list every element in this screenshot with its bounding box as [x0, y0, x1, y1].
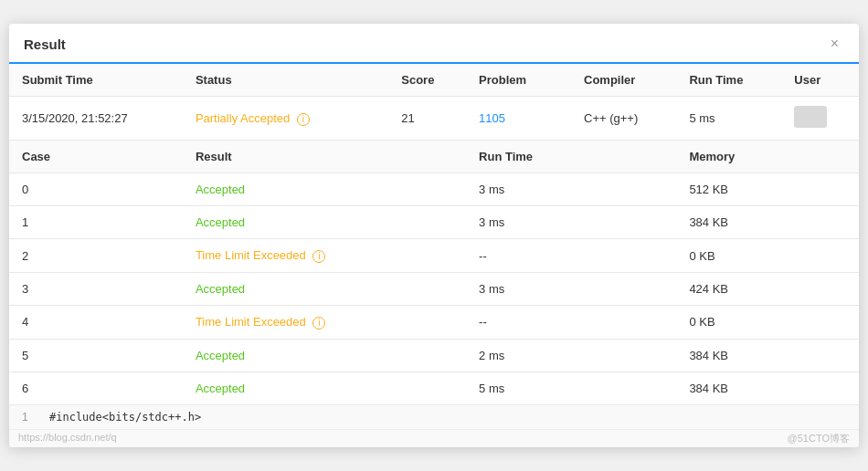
- result-text: Accepted: [196, 382, 245, 395]
- case-num: 4: [9, 306, 183, 340]
- result-value: Accepted: [183, 173, 388, 206]
- status-value: Partially Accepted i: [183, 97, 388, 141]
- main-table-header-row: Submit Time Status Score Problem Compile…: [9, 64, 859, 97]
- modal-header: Result ×: [9, 24, 859, 64]
- sub-table-row: 2 Time Limit Exceeded i -- 0 KB: [9, 239, 859, 273]
- main-table: Submit Time Status Score Problem Compile…: [9, 64, 859, 403]
- sub-table-header-row: Case Result Run Time Memory: [9, 141, 859, 173]
- case-num: 2: [9, 239, 183, 273]
- col-user: User: [781, 64, 859, 97]
- sub-table-row: 5 Accepted 2 ms 384 KB: [9, 339, 859, 372]
- memory-val: 384 KB: [676, 372, 781, 404]
- col-score: Score: [388, 64, 466, 97]
- result-info-icon[interactable]: i: [312, 250, 325, 263]
- case-num: 0: [9, 173, 183, 206]
- col-problem: Problem: [466, 64, 571, 97]
- close-button[interactable]: ×: [825, 35, 844, 53]
- sub-table-row: 1 Accepted 3 ms 384 KB: [9, 206, 859, 239]
- compiler-value: C++ (g++): [571, 97, 676, 141]
- memory-val: 424 KB: [676, 273, 781, 306]
- problem-link[interactable]: 1105: [479, 111, 505, 125]
- result-text: Time Limit Exceeded: [196, 248, 306, 262]
- case-num: 6: [9, 372, 183, 404]
- code-snippet: #include<bits/stdc++.h>: [49, 411, 201, 424]
- result-info-icon[interactable]: i: [312, 317, 325, 330]
- result-value: Time Limit Exceeded i: [183, 306, 388, 340]
- result-modal: Result × Submit Time Status Score Proble…: [9, 24, 859, 446]
- result-value: Accepted: [183, 206, 388, 239]
- run-time-val: 3 ms: [466, 273, 571, 306]
- run-time-val: --: [466, 239, 571, 273]
- sub-col-case: Case: [9, 141, 183, 173]
- run-time-value: 5 ms: [676, 97, 781, 141]
- memory-val: 512 KB: [676, 173, 781, 206]
- line-number: 1: [22, 411, 40, 424]
- result-text: Accepted: [196, 215, 245, 229]
- case-num: 5: [9, 339, 183, 372]
- result-text: Accepted: [196, 349, 245, 362]
- run-time-val: --: [466, 306, 571, 340]
- result-text: Time Limit Exceeded: [196, 315, 306, 329]
- col-status: Status: [183, 64, 388, 97]
- code-footer: 1 #include<bits/stdc++.h>: [9, 404, 859, 429]
- memory-val: 0 KB: [676, 239, 781, 273]
- watermark-left: https://blog.csdn.net/q: [18, 432, 117, 445]
- sub-table-row: 4 Time Limit Exceeded i -- 0 KB: [9, 306, 859, 340]
- col-compiler: Compiler: [571, 64, 676, 97]
- result-text: Accepted: [196, 183, 245, 196]
- main-table-data-row: 3/15/2020, 21:52:27 Partially Accepted i…: [9, 97, 859, 141]
- result-text: Accepted: [196, 282, 245, 296]
- sub-table-row: 0 Accepted 3 ms 512 KB: [9, 173, 859, 206]
- sub-col-result: Result: [183, 141, 388, 173]
- sub-table-row: 3 Accepted 3 ms 424 KB: [9, 273, 859, 306]
- modal-title: Result: [24, 37, 66, 52]
- run-time-val: 2 ms: [466, 339, 571, 372]
- sub-table-row: 6 Accepted 5 ms 384 KB: [9, 372, 859, 404]
- result-value: Accepted: [183, 273, 388, 306]
- run-time-val: 5 ms: [466, 372, 571, 404]
- modal-body: Submit Time Status Score Problem Compile…: [9, 64, 859, 446]
- memory-val: 384 KB: [676, 339, 781, 372]
- problem-value: 1105: [466, 97, 571, 141]
- result-value: Accepted: [183, 339, 388, 372]
- result-value: Accepted: [183, 372, 388, 404]
- case-num: 1: [9, 206, 183, 239]
- sub-col-memory: Memory: [676, 141, 781, 173]
- memory-val: 0 KB: [676, 306, 781, 340]
- status-text: Partially Accepted: [196, 111, 290, 125]
- sub-col-run-time: Run Time: [466, 141, 571, 173]
- run-time-val: 3 ms: [466, 173, 571, 206]
- memory-val: 384 KB: [676, 206, 781, 239]
- status-info-icon[interactable]: i: [297, 113, 310, 126]
- submit-time-value: 3/15/2020, 21:52:27: [9, 97, 183, 141]
- user-avatar-cell: [781, 97, 859, 141]
- result-value: Time Limit Exceeded i: [183, 239, 388, 273]
- watermark-right: @51CTO博客: [788, 432, 850, 445]
- avatar: [794, 106, 827, 128]
- col-submit-time: Submit Time: [9, 64, 183, 97]
- run-time-val: 3 ms: [466, 206, 571, 239]
- col-run-time: Run Time: [676, 64, 781, 97]
- case-num: 3: [9, 273, 183, 306]
- score-value: 21: [388, 97, 466, 141]
